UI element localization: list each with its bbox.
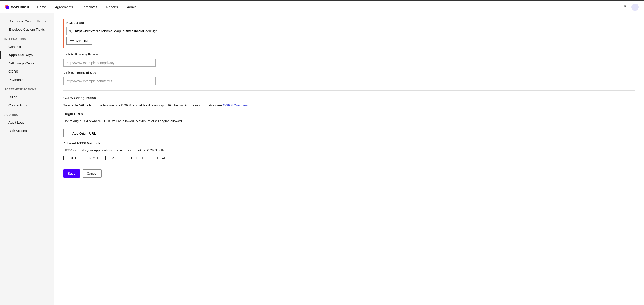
allowed-methods-desc: HTTP methods your app is allowed to use … <box>63 148 635 153</box>
redirect-uri-row <box>66 27 159 35</box>
origin-urls-title: Origin URLs <box>63 112 635 116</box>
sidebar-item-envelope-custom-fields[interactable]: Envelope Custom Fields <box>0 25 54 34</box>
checkbox-put-label: PUT <box>112 156 118 160</box>
terms-field: Link to Terms of Use <box>63 71 635 85</box>
add-uri-button[interactable]: Add URI <box>66 37 92 45</box>
nav-home[interactable]: Home <box>37 5 46 9</box>
checkbox-head-label: HEAD <box>157 156 166 160</box>
origin-urls-desc: List of origin URLs where CORS will be a… <box>63 118 635 124</box>
cors-overview-link[interactable]: CORS Overview. <box>223 103 248 107</box>
sidebar-item-apps-and-keys[interactable]: Apps and Keys <box>0 51 54 59</box>
logo-text: docusign <box>11 5 29 10</box>
nav-templates[interactable]: Templates <box>82 5 97 9</box>
redirect-uris-section: Redirect URIs Add URI <box>63 19 189 48</box>
terms-label: Link to Terms of Use <box>63 71 635 74</box>
sidebar-item-connect[interactable]: Connect <box>0 42 54 51</box>
sidebar-item-rules[interactable]: Rules <box>0 93 54 101</box>
main-content: Redirect URIs Add URI Link to Privacy Po… <box>54 14 644 305</box>
sidebar-item-payments[interactable]: Payments <box>0 76 54 84</box>
add-origin-url-label: Add Origin URL <box>72 132 96 135</box>
sidebar-heading-integrations: INTEGRATIONS <box>0 34 54 42</box>
sidebar-heading-agreement-actions: AGREEMENT ACTIONS <box>0 84 54 93</box>
add-origin-url-button[interactable]: Add Origin URL <box>63 129 100 137</box>
terms-input[interactable] <box>63 77 156 85</box>
nav-reports[interactable]: Reports <box>106 5 118 9</box>
cors-desc-text: To enable API calls from a browser via C… <box>63 103 223 107</box>
sidebar-heading-auditing: AUDITING <box>0 109 54 118</box>
checkbox-put[interactable]: PUT <box>105 156 118 160</box>
privacy-policy-field: Link to Privacy Policy <box>63 52 635 67</box>
http-methods-row: GET POST PUT DELETE HEAD <box>63 156 635 160</box>
sidebar-item-api-usage-center[interactable]: API Usage Center <box>0 59 54 67</box>
remove-uri-button[interactable] <box>67 27 74 35</box>
checkbox-icon <box>63 156 67 160</box>
sidebar-item-cors[interactable]: CORS <box>0 67 54 76</box>
nav-admin[interactable]: Admin <box>127 5 137 9</box>
add-uri-label: Add URI <box>76 39 88 43</box>
checkbox-delete[interactable]: DELETE <box>125 156 144 160</box>
avatar[interactable]: TT <box>632 4 639 11</box>
privacy-policy-input[interactable] <box>63 59 156 67</box>
svg-rect-1 <box>6 6 9 9</box>
divider <box>63 90 635 90</box>
checkbox-head[interactable]: HEAD <box>151 156 166 160</box>
privacy-policy-label: Link to Privacy Policy <box>63 52 635 56</box>
redirect-uri-input[interactable] <box>74 27 158 35</box>
cancel-button[interactable]: Cancel <box>82 170 102 178</box>
form-actions: Save Cancel <box>63 170 635 178</box>
plus-icon <box>67 132 71 135</box>
logo[interactable]: docusign <box>5 5 29 10</box>
checkbox-get-label: GET <box>70 156 76 160</box>
checkbox-get[interactable]: GET <box>63 156 76 160</box>
cors-description: To enable API calls from a browser via C… <box>63 103 635 108</box>
sidebar-item-connections[interactable]: Connections <box>0 101 54 109</box>
checkbox-icon <box>105 156 109 160</box>
close-icon <box>69 30 72 33</box>
cors-config-title: CORS Configuration <box>63 96 635 100</box>
plus-icon <box>70 39 74 42</box>
main-nav: Home Agreements Templates Reports Admin <box>37 5 136 9</box>
sidebar-item-document-custom-fields[interactable]: Document Custom Fields <box>0 17 54 25</box>
sidebar: Document Custom Fields Envelope Custom F… <box>0 14 54 305</box>
save-button[interactable]: Save <box>63 170 80 178</box>
help-icon[interactable]: ? <box>623 5 627 9</box>
checkbox-icon <box>83 156 87 160</box>
checkbox-delete-label: DELETE <box>131 156 144 160</box>
sidebar-item-bulk-actions[interactable]: Bulk Actions <box>0 126 54 135</box>
checkbox-post-label: POST <box>90 156 98 160</box>
redirect-uris-label: Redirect URIs <box>66 22 186 25</box>
checkbox-post[interactable]: POST <box>83 156 98 160</box>
logo-icon <box>5 5 10 9</box>
app-header: docusign Home Agreements Templates Repor… <box>0 1 644 14</box>
nav-agreements[interactable]: Agreements <box>55 5 73 9</box>
sidebar-item-audit-logs[interactable]: Audit Logs <box>0 118 54 126</box>
checkbox-icon <box>125 156 129 160</box>
allowed-methods-title: Allowed HTTP Methods <box>63 141 635 145</box>
checkbox-icon <box>151 156 155 160</box>
